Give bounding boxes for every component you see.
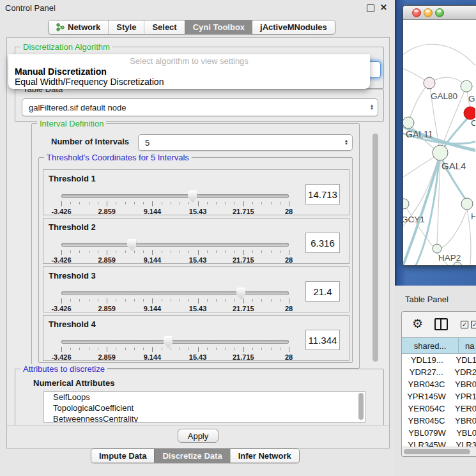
- table-data-group: Table Data galFiltered.sif default node …: [15, 89, 384, 122]
- tab-network[interactable]: Network: [49, 20, 108, 34]
- network-window-titlebar[interactable]: [403, 6, 476, 20]
- dropdown-option-manual-discretization[interactable]: Manual Discretization: [10, 66, 369, 77]
- network-node-label: GAL11: [406, 129, 433, 139]
- tab-style[interactable]: Style: [108, 20, 144, 34]
- column-header-shared-name[interactable]: shared...: [402, 338, 459, 353]
- table-toolbar: ⚙ ✓ ✓: [402, 312, 476, 337]
- tick-label: 28: [285, 208, 293, 215]
- table-row[interactable]: YDR27...YDR2: [402, 366, 476, 378]
- checkbox-checked-icon[interactable]: ✓: [471, 321, 476, 328]
- tick-mark: [152, 250, 153, 255]
- tick-mark: [134, 348, 135, 350]
- control-panel-titlebar: Control Panel ✕: [0, 0, 395, 15]
- close-icon[interactable]: ✕: [380, 3, 387, 12]
- tick-label: 21.715: [233, 256, 254, 264]
- tick-mark: [243, 201, 244, 206]
- tick-label: 15.43: [189, 353, 207, 361]
- network-node-gal4[interactable]: [433, 145, 448, 160]
- table-row[interactable]: YER054CYER0: [402, 403, 476, 415]
- tick-mark: [125, 250, 126, 253]
- numerical-attributes-label: Numerical Attributes: [33, 378, 114, 388]
- slider-track[interactable]: [61, 291, 289, 295]
- table-cell: YBR045C: [402, 415, 451, 427]
- dropdown-option-equal-width-frequency[interactable]: Equal Width/Frequency Discretization: [10, 77, 369, 87]
- tick-mark: [171, 299, 171, 302]
- list-scrollbar[interactable]: [358, 393, 364, 420]
- tick-mark: [98, 250, 98, 253]
- tab-infer-network[interactable]: Infer Network: [230, 449, 299, 463]
- table-row[interactable]: YBR045CYBR0: [402, 415, 476, 427]
- horizontal-scrollbar-thumb[interactable]: [404, 449, 470, 454]
- group-title: Discretization Algorithm: [20, 42, 112, 52]
- tick-mark: [162, 348, 162, 350]
- tick-mark: [225, 202, 226, 204]
- table-data-combobox[interactable]: galFiltered.sif default node ▲▼: [22, 98, 378, 116]
- attribute-item[interactable]: TopologicalCoefficient: [44, 403, 365, 413]
- tab-discretize-data[interactable]: Discretize Data: [154, 449, 229, 463]
- interval-definition-group: Interval Definition Number of Intervals …: [31, 123, 360, 369]
- tick-mark: [143, 299, 144, 302]
- slider-track[interactable]: [61, 243, 289, 247]
- threshold-1-box: Threshold 1-3.4262.8599.14415.4321.71528…: [43, 169, 349, 215]
- threshold-slider[interactable]: -3.4262.8599.14415.4321.71528: [61, 194, 289, 213]
- checkbox-checked-icon[interactable]: ✓: [461, 321, 468, 328]
- tab-select[interactable]: Select: [144, 20, 184, 34]
- numerical-attributes-list[interactable]: SelfLoopsTopologicalCoefficientBetweenne…: [43, 391, 365, 423]
- column-header-name[interactable]: na: [459, 338, 476, 353]
- panel-scrollbar[interactable]: [372, 134, 378, 362]
- threshold-label: Threshold 3: [49, 271, 96, 280]
- network-node-h[interactable]: [461, 198, 473, 210]
- threshold-value-field[interactable]: 11.344: [305, 330, 340, 350]
- network-node-gal80[interactable]: [424, 77, 435, 89]
- network-node-hap2[interactable]: [433, 244, 441, 253]
- close-traffic-light-icon[interactable]: [412, 8, 421, 17]
- tick-mark: [107, 250, 107, 255]
- table-row[interactable]: YBR043CYBR0: [402, 378, 476, 390]
- network-edge[interactable]: [441, 209, 467, 248]
- tick-label: 2.859: [98, 256, 116, 264]
- algorithm-dropdown-popup: Select algorithm to view settings Manual…: [8, 54, 370, 89]
- network-edge[interactable]: [403, 44, 475, 68]
- threshold-slider[interactable]: -3.4262.8599.14415.4321.71528: [61, 340, 289, 359]
- attribute-item[interactable]: BetweennessCentrality: [44, 413, 365, 423]
- network-node-gcy1[interactable]: [403, 199, 409, 209]
- threshold-slider[interactable]: -3.4262.8599.14415.4321.71528: [61, 243, 289, 262]
- tick-mark: [289, 250, 289, 255]
- network-canvas[interactable]: GAL80GACGAL11GAL4GCY1HHAP2: [403, 20, 475, 265]
- tick-label: -3.426: [51, 208, 71, 215]
- slider-track[interactable]: [61, 194, 289, 198]
- table-row[interactable]: YDL19...YDL1: [402, 354, 476, 366]
- table-row[interactable]: YBL079WYBL0: [402, 427, 476, 439]
- slider-track[interactable]: [61, 340, 289, 344]
- tick-mark: [125, 348, 126, 350]
- tab-cyni-toolbox[interactable]: Cyni Toolbox: [185, 20, 252, 34]
- attribute-item[interactable]: SelfLoops: [44, 392, 365, 403]
- network-node-c[interactable]: [464, 107, 475, 119]
- network-edge[interactable]: [408, 83, 429, 123]
- tab-jactivemnodules[interactable]: jActiveMNodules: [252, 20, 335, 34]
- minimize-traffic-light-icon[interactable]: [424, 8, 433, 17]
- group-title: Attributes to discretize: [20, 364, 107, 374]
- tick-mark: [107, 201, 107, 206]
- tab-impute-data[interactable]: Impute Data: [91, 449, 154, 463]
- threshold-value-field[interactable]: 14.713: [305, 184, 340, 204]
- tick-mark: [89, 299, 89, 302]
- threshold-slider[interactable]: -3.4262.8599.14415.4321.71528: [61, 291, 289, 311]
- table-row[interactable]: YPR145WYPR1: [402, 390, 476, 403]
- float-window-icon[interactable]: [367, 4, 374, 12]
- tick-mark: [234, 202, 235, 204]
- gear-icon[interactable]: ⚙: [412, 317, 423, 331]
- zoom-traffic-light-icon[interactable]: [435, 8, 444, 17]
- threshold-value-field[interactable]: 6.316: [305, 233, 340, 253]
- tick-mark: [207, 250, 208, 253]
- num-intervals-combobox[interactable]: 5 ▲▼: [138, 134, 353, 151]
- tick-mark: [243, 298, 244, 303]
- threshold-value-field[interactable]: 21.4: [305, 281, 340, 302]
- table-cell: YBL0: [452, 427, 476, 439]
- network-node-label: C: [471, 118, 475, 128]
- network-node-ga[interactable]: [461, 81, 472, 92]
- apply-button[interactable]: Apply: [178, 429, 219, 443]
- network-node-gal11[interactable]: [403, 117, 414, 128]
- split-view-icon[interactable]: [434, 318, 448, 330]
- tick-mark: [180, 299, 180, 302]
